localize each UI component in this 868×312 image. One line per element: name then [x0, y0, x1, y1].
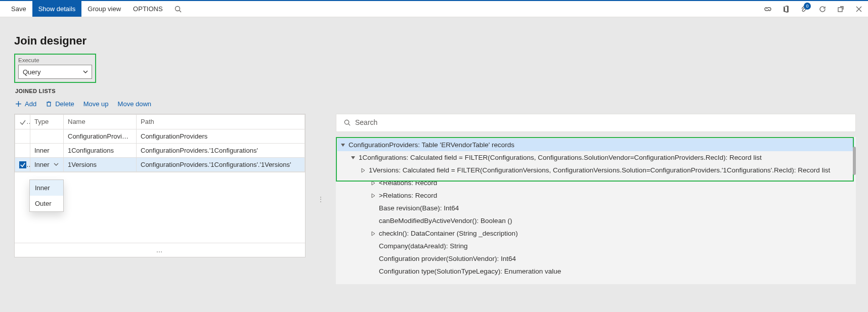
move-down-button[interactable]: Move down [118, 100, 151, 108]
name-cell: 1Versions [64, 157, 137, 172]
move-down-label: Move down [118, 100, 151, 108]
show-details-button[interactable]: Show details [32, 1, 82, 17]
tree-item-label: canBeModifiedByActiveVendor(): Boolean (… [379, 217, 512, 225]
type-dropdown: Inner Outer [29, 180, 64, 212]
type-value: Inner [34, 161, 50, 168]
notifications-button[interactable]: 0 [795, 1, 813, 17]
svg-marker-19 [372, 181, 375, 185]
type-cell[interactable]: Inner [30, 157, 64, 172]
page-title: Join designer [14, 34, 856, 48]
grid-header-path[interactable]: Path [137, 115, 305, 129]
row-select[interactable] [15, 129, 30, 143]
svg-marker-21 [372, 232, 375, 236]
search-icon [343, 119, 351, 126]
tree-item[interactable]: ConfigurationProviders: Table 'ERVendorT… [337, 139, 854, 151]
svg-rect-11 [47, 102, 51, 106]
save-label: Save [11, 5, 26, 13]
group-view-button[interactable]: Group view [81, 1, 127, 17]
joined-lists-label: JOINED LISTS [15, 88, 856, 94]
type-cell[interactable] [30, 129, 64, 143]
row-select[interactable] [15, 157, 30, 172]
trash-icon [46, 101, 52, 107]
tree-item-label: >Relations: Record [379, 192, 437, 199]
tree-item[interactable]: Company(dataAreaId): String [337, 240, 854, 252]
execute-group: Execute Query [14, 54, 96, 83]
tree-item[interactable]: Configuration provider(SolutionVendor): … [337, 252, 854, 265]
row-select[interactable] [15, 143, 30, 157]
notification-count: 0 [804, 3, 811, 10]
tree-item[interactable]: 1Configurations: Calculated field = FILT… [337, 151, 854, 164]
refresh-button[interactable] [813, 1, 832, 17]
search-button[interactable] [169, 1, 187, 17]
svg-point-14 [344, 120, 349, 124]
close-button[interactable] [850, 1, 868, 17]
table-row[interactable]: Inner 1Configurations ConfigurationProvi… [15, 143, 305, 157]
show-details-label: Show details [38, 5, 76, 13]
type-option-inner[interactable]: Inner [30, 180, 63, 196]
close-icon [855, 5, 863, 13]
tree-item-label: checkIn(): DataContainer (String _descri… [379, 230, 518, 237]
svg-line-4 [179, 10, 181, 12]
app-toolbar: Save Show details Group view OPTIONS 0 [0, 0, 868, 17]
plus-icon [15, 101, 22, 107]
path-cell: ConfigurationProviders [137, 129, 305, 143]
splitter-handle[interactable]: ⋮ [319, 114, 323, 284]
tree-item[interactable]: checkIn(): DataContainer (String _descri… [337, 227, 854, 240]
office-button[interactable] [777, 1, 795, 17]
table-row[interactable]: Inner 1Versions ConfigurationProviders.'… [15, 157, 305, 172]
save-button[interactable]: Save [2, 1, 32, 17]
svg-marker-5 [784, 6, 789, 13]
grid-footer[interactable]: … [156, 246, 164, 254]
link-button[interactable] [759, 1, 777, 17]
link-icon [764, 5, 772, 13]
tree-item-label: ConfigurationProviders: Table 'ERVendorT… [349, 141, 514, 149]
chevron-down-icon [53, 161, 59, 167]
delete-button[interactable]: Delete [46, 100, 74, 108]
scrollbar-thumb[interactable] [853, 147, 856, 175]
svg-marker-18 [362, 168, 365, 172]
checkbox-checked-icon [19, 161, 26, 168]
move-up-button[interactable]: Move up [83, 100, 109, 108]
chevron-down-icon [82, 69, 89, 75]
search-icon [174, 5, 182, 13]
tree-item[interactable]: 1Versions: Calculated field = FILTER(Con… [337, 164, 854, 176]
svg-line-15 [349, 123, 350, 125]
tree-item[interactable]: >Relations: Record [337, 189, 854, 202]
name-cell: ConfigurationProviders [64, 129, 137, 143]
tree-item[interactable]: canBeModifiedByActiveVendor(): Boolean (… [337, 214, 854, 227]
search-bar: Search [336, 114, 856, 132]
grid-header-type[interactable]: Type [30, 115, 64, 129]
add-label: Add [25, 100, 36, 108]
move-up-label: Move up [83, 100, 109, 108]
execute-value: Query [23, 68, 40, 76]
name-cell: 1Configurations [64, 143, 137, 157]
popout-button[interactable] [832, 1, 850, 17]
path-cell: ConfigurationProviders.'1Configurations'… [137, 157, 305, 172]
tree-item[interactable]: Base revision(Base): Int64 [337, 202, 854, 214]
refresh-icon [818, 5, 827, 13]
tree-item-label: Company(dataAreaId): String [379, 242, 468, 250]
tree-item-label: 1Versions: Calculated field = FILTER(Con… [369, 166, 830, 174]
table-row[interactable]: ConfigurationProviders ConfigurationProv… [15, 129, 305, 143]
group-view-label: Group view [88, 5, 121, 13]
grid-header-select[interactable] [15, 115, 30, 129]
office-icon [782, 5, 790, 13]
type-option-outer[interactable]: Outer [30, 196, 63, 211]
tree-item-label: 1Configurations: Calculated field = FILT… [359, 154, 762, 161]
add-button[interactable]: Add [15, 100, 36, 108]
popout-icon [837, 5, 845, 13]
options-button[interactable]: OPTIONS [127, 1, 169, 17]
search-button-right[interactable]: Search [340, 116, 380, 128]
search-label: Search [355, 118, 377, 126]
tree-item-label: Base revision(Base): Int64 [379, 204, 459, 212]
tree-item-label: Configuration type(SolutionTypeLegacy): … [379, 268, 561, 275]
tree-item-label: <Relations: Record [379, 179, 437, 187]
tree-item[interactable]: <Relations: Record [337, 176, 854, 189]
execute-combo[interactable]: Query [18, 65, 92, 79]
grid-action-bar: Add Delete Move up Move down [14, 97, 856, 114]
path-cell: ConfigurationProviders.'1Configurations' [137, 143, 305, 157]
svg-rect-6 [838, 8, 842, 12]
tree-item[interactable]: Configuration type(SolutionTypeLegacy): … [337, 265, 854, 278]
grid-header-name[interactable]: Name [64, 115, 137, 129]
type-cell[interactable]: Inner [30, 143, 64, 157]
